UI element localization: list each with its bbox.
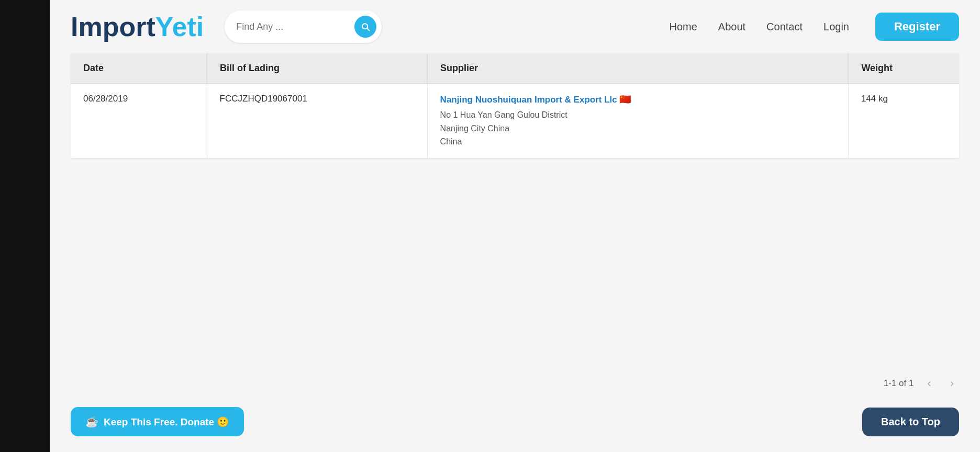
search-input[interactable] [236, 21, 354, 32]
cell-bill-of-lading: FCCJZHQD19067001 [207, 84, 427, 158]
col-weight: Weight [848, 53, 959, 84]
next-page-button[interactable]: › [945, 374, 959, 393]
supplier-address-line2: Nanjing City China [440, 124, 510, 133]
donate-label: Keep This Free. Donate 🙂 [104, 416, 229, 428]
supplier-link[interactable]: Nanjing Nuoshuiquan Import & Export Llc🇨… [440, 94, 836, 105]
logo[interactable]: Import Yeti [71, 13, 204, 40]
supplier-address: No 1 Hua Yan Gang Gulou District Nanjing… [440, 108, 836, 149]
donate-button[interactable]: ☕ Keep This Free. Donate 🙂 [71, 407, 244, 436]
nav-home[interactable]: Home [669, 21, 697, 33]
cell-weight: 144 kg [848, 84, 959, 158]
pagination-info: 1-1 of 1 [884, 378, 914, 389]
shipments-table: Date Bill of Lading Supplier Weight 06/2… [71, 53, 959, 159]
search-bar [225, 10, 382, 43]
header: Import Yeti Home About Contact Login Reg… [50, 0, 980, 48]
supplier-address-line1: No 1 Hua Yan Gang Gulou District [440, 110, 567, 119]
donate-icon: ☕ [85, 415, 98, 428]
search-button[interactable] [354, 16, 376, 38]
back-to-top-button[interactable]: Back to Top [862, 408, 959, 436]
pagination: 1-1 of 1 ‹ › [50, 366, 980, 399]
supplier-flag: 🇨🇳 [619, 94, 631, 105]
supplier-address-line3: China [440, 137, 462, 146]
supplier-name: Nanjing Nuoshuiquan Import & Export Llc [440, 95, 617, 105]
register-button[interactable]: Register [875, 13, 959, 41]
logo-yeti: Yeti [155, 13, 204, 40]
col-supplier: Supplier [427, 53, 848, 84]
logo-import: Import [71, 13, 155, 40]
table-body: 06/28/2019 FCCJZHQD19067001 Nanjing Nuos… [71, 84, 959, 158]
nav-login[interactable]: Login [823, 21, 849, 33]
nav-links: Home About Contact Login Register [669, 13, 959, 41]
table-row: 06/28/2019 FCCJZHQD19067001 Nanjing Nuos… [71, 84, 959, 158]
col-bill-of-lading: Bill of Lading [207, 53, 427, 84]
nav-about[interactable]: About [718, 21, 745, 33]
prev-page-button[interactable]: ‹ [922, 374, 936, 393]
nav-contact[interactable]: Contact [766, 21, 803, 33]
table-header: Date Bill of Lading Supplier Weight [71, 53, 959, 84]
search-icon [360, 21, 371, 32]
table-wrapper: Date Bill of Lading Supplier Weight 06/2… [50, 48, 980, 366]
col-date: Date [71, 53, 207, 84]
footer-bar: ☕ Keep This Free. Donate 🙂 Back to Top [50, 399, 980, 452]
cell-date: 06/28/2019 [71, 84, 207, 158]
cell-supplier: Nanjing Nuoshuiquan Import & Export Llc🇨… [427, 84, 848, 158]
